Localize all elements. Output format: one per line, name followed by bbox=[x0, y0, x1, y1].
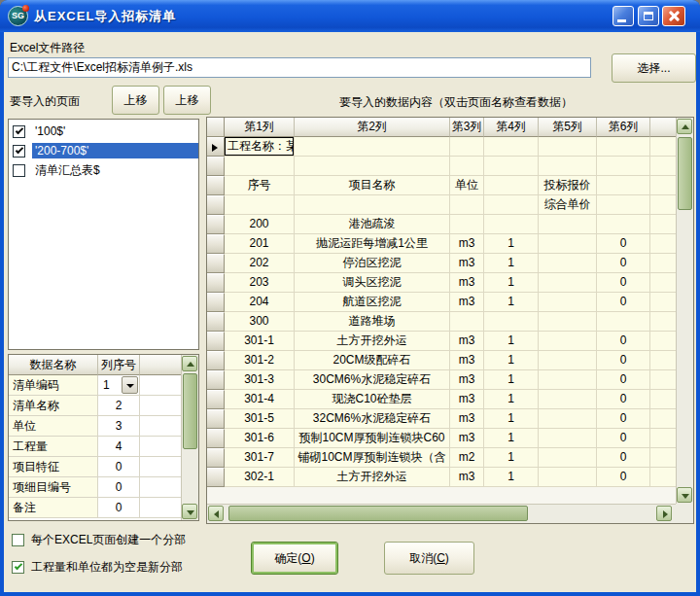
table-cell[interactable] bbox=[539, 468, 597, 487]
row-header[interactable] bbox=[207, 176, 225, 195]
row-header[interactable] bbox=[207, 254, 225, 273]
mapping-col-cell[interactable]: 4 bbox=[98, 437, 140, 457]
table-cell[interactable]: 1 bbox=[484, 293, 539, 312]
row-header[interactable] bbox=[207, 390, 225, 409]
footer-checkbox-1[interactable]: 工程量和单位都为空是新分部 bbox=[12, 559, 183, 576]
table-cell[interactable]: 301-5 bbox=[225, 409, 295, 429]
table-cell[interactable]: m3 bbox=[450, 468, 484, 487]
row-header[interactable] bbox=[207, 429, 225, 448]
table-cell[interactable] bbox=[539, 429, 597, 448]
file-path-input[interactable] bbox=[8, 57, 591, 78]
table-cell[interactable]: 0 bbox=[597, 351, 650, 370]
preview-vertical-scrollbar[interactable] bbox=[676, 118, 693, 504]
table-cell[interactable]: 0 bbox=[597, 254, 650, 273]
table-cell[interactable]: 20CM级配碎石 bbox=[295, 351, 450, 370]
row-header[interactable] bbox=[207, 332, 225, 351]
table-cell[interactable]: m3 bbox=[450, 273, 484, 293]
row-header[interactable] bbox=[207, 273, 225, 293]
row-header[interactable] bbox=[207, 448, 225, 468]
table-cell[interactable] bbox=[225, 195, 295, 215]
table-cell[interactable]: 0 bbox=[597, 409, 650, 429]
scroll-left-button[interactable] bbox=[208, 506, 224, 521]
table-cell[interactable] bbox=[539, 273, 597, 293]
table-cell[interactable]: 0 bbox=[597, 370, 650, 390]
column-header[interactable]: 第5列 bbox=[539, 118, 597, 137]
mapping-col-cell[interactable]: 2 bbox=[98, 396, 140, 416]
sheet-checkbox[interactable] bbox=[13, 164, 25, 177]
table-cell[interactable]: m3 bbox=[450, 332, 484, 351]
table-cell[interactable]: 1 bbox=[484, 468, 539, 487]
sheet-checkbox[interactable] bbox=[13, 145, 25, 158]
sheet-checkbox[interactable] bbox=[13, 125, 25, 138]
table-cell[interactable]: 32CM6%水泥稳定碎石 bbox=[295, 409, 450, 429]
table-cell[interactable]: 1 bbox=[484, 234, 539, 254]
table-cell[interactable] bbox=[539, 254, 597, 273]
table-cell[interactable]: 0 bbox=[597, 293, 650, 312]
table-cell[interactable]: 1 bbox=[484, 370, 539, 390]
scroll-down-button[interactable] bbox=[677, 487, 692, 503]
mapping-vertical-scrollbar[interactable] bbox=[181, 355, 198, 520]
table-cell[interactable]: 301-7 bbox=[225, 448, 295, 468]
table-cell[interactable]: 1 bbox=[484, 332, 539, 351]
table-cell[interactable] bbox=[484, 312, 539, 332]
table-cell[interactable]: 0 bbox=[597, 448, 650, 468]
table-cell[interactable]: 土方开挖外运 bbox=[295, 468, 450, 487]
column-header[interactable]: 第3列 bbox=[450, 118, 484, 137]
table-cell[interactable]: 0 bbox=[597, 273, 650, 293]
table-cell[interactable]: 土方开挖外运 bbox=[295, 332, 450, 351]
column-header[interactable]: 第2列 bbox=[295, 118, 450, 137]
table-cell[interactable]: 204 bbox=[225, 293, 295, 312]
mapping-name-cell[interactable]: 清单名称 bbox=[9, 396, 98, 416]
table-cell[interactable]: 301-2 bbox=[225, 351, 295, 370]
sheet-list[interactable]: '100$''200-700$'清单汇总表$ bbox=[8, 119, 199, 350]
preview-horizontal-scrollbar[interactable] bbox=[207, 504, 676, 523]
table-cell[interactable]: 工程名称：某 bbox=[225, 137, 295, 157]
table-cell[interactable]: 1 bbox=[484, 273, 539, 293]
table-cell[interactable]: 300 bbox=[225, 312, 295, 332]
table-cell[interactable]: 301-3 bbox=[225, 370, 295, 390]
dropdown-button[interactable] bbox=[122, 376, 138, 394]
mapping-name-cell[interactable]: 项细目编号 bbox=[9, 477, 98, 498]
row-header[interactable] bbox=[207, 157, 225, 176]
table-cell[interactable] bbox=[450, 215, 484, 234]
table-cell[interactable] bbox=[539, 332, 597, 351]
table-cell[interactable]: 现浇C10砼垫层 bbox=[295, 390, 450, 409]
scroll-thumb[interactable] bbox=[228, 506, 528, 521]
row-header[interactable] bbox=[207, 215, 225, 234]
table-cell[interactable] bbox=[295, 157, 450, 176]
table-cell[interactable]: 301-1 bbox=[225, 332, 295, 351]
table-cell[interactable]: 航道区挖泥 bbox=[295, 293, 450, 312]
row-header[interactable] bbox=[207, 195, 225, 215]
scroll-thumb[interactable] bbox=[183, 373, 197, 449]
scroll-thumb[interactable] bbox=[678, 137, 692, 210]
table-cell[interactable]: 抛泥运距每增减1公里 bbox=[295, 234, 450, 254]
table-cell[interactable] bbox=[450, 157, 484, 176]
table-cell[interactable] bbox=[597, 195, 650, 215]
mapping-name-cell[interactable]: 单位 bbox=[9, 416, 98, 437]
minimize-button[interactable] bbox=[612, 6, 634, 26]
column-header[interactable]: 第6列 bbox=[597, 118, 650, 137]
cancel-button[interactable]: 取消(C) bbox=[384, 542, 474, 575]
row-header[interactable] bbox=[207, 137, 225, 157]
table-cell[interactable] bbox=[539, 234, 597, 254]
move-up-button-2[interactable]: 上移 bbox=[163, 86, 211, 115]
row-header[interactable] bbox=[207, 409, 225, 429]
table-cell[interactable]: 序号 bbox=[225, 176, 295, 195]
table-cell[interactable] bbox=[539, 370, 597, 390]
column-header[interactable]: 第1列 bbox=[225, 118, 295, 137]
mapping-name-cell[interactable]: 工程量 bbox=[9, 437, 98, 457]
table-cell[interactable]: 综合单价 bbox=[539, 195, 597, 215]
table-cell[interactable]: 1 bbox=[484, 254, 539, 273]
table-cell[interactable] bbox=[484, 137, 539, 157]
table-cell[interactable]: m2 bbox=[450, 448, 484, 468]
mapping-col-cell[interactable]: 0 bbox=[98, 457, 140, 477]
footer-checkbox-0[interactable]: 每个EXCEL页面创建一个分部 bbox=[12, 532, 186, 548]
table-cell[interactable] bbox=[295, 195, 450, 215]
table-cell[interactable]: 1 bbox=[484, 448, 539, 468]
table-cell[interactable]: 1 bbox=[484, 429, 539, 448]
table-cell[interactable]: m3 bbox=[450, 370, 484, 390]
row-header[interactable] bbox=[207, 351, 225, 370]
table-cell[interactable]: 道路堆场 bbox=[295, 312, 450, 332]
browse-button[interactable]: 选择... bbox=[612, 53, 696, 83]
table-cell[interactable]: m3 bbox=[450, 351, 484, 370]
